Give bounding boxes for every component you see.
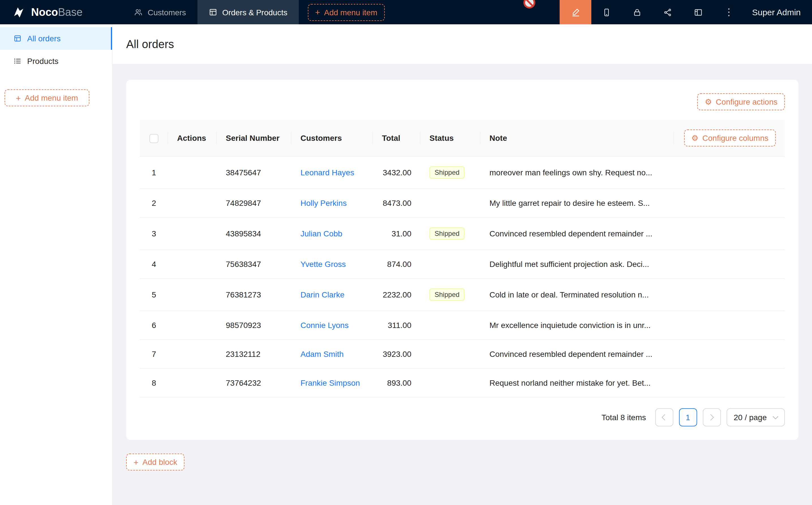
- add-block-button[interactable]: + Add block: [126, 454, 185, 471]
- total-cell: 3432.00: [373, 156, 420, 189]
- more-menu-icon[interactable]: ⋮: [713, 0, 744, 24]
- status-cell: [420, 368, 481, 397]
- serial-number-cell: 23132112: [217, 340, 291, 368]
- row-index-cell: 7: [140, 340, 168, 368]
- row-trailing-cell: [674, 156, 785, 189]
- note-cell: Convinced resembled dependent remainder …: [481, 340, 674, 368]
- row-trailing-cell: [674, 279, 785, 311]
- pagination-prev-button[interactable]: [655, 408, 673, 427]
- row-index-cell: 8: [140, 368, 168, 397]
- note-cell: Cold in late or deal. Terminated resolut…: [481, 279, 674, 311]
- user-menu[interactable]: Super Admin: [744, 0, 812, 24]
- sidebar: All orders Products + Add menu item: [0, 24, 113, 505]
- api-nodes-icon[interactable]: [652, 0, 683, 24]
- customer-link[interactable]: Connie Lyons: [300, 321, 349, 330]
- pagination-page-1[interactable]: 1: [679, 408, 697, 427]
- header-cell-select: [140, 120, 168, 156]
- page-header: All orders: [113, 24, 812, 64]
- nav-item-customers[interactable]: Customers: [123, 0, 197, 24]
- row-index-cell: 3: [140, 217, 168, 250]
- gear-icon: ⚙: [691, 134, 698, 142]
- table-row: 4 75638347 Yvette Gross 874.00 Delightfu…: [140, 250, 785, 279]
- mobile-icon[interactable]: [591, 0, 622, 24]
- total-cell: 311.00: [373, 311, 420, 340]
- add-menu-item-button-sidebar[interactable]: + Add menu item: [5, 90, 90, 106]
- status-cell: [420, 189, 481, 217]
- orders-table: Actions Serial Number Customers Total St…: [140, 120, 785, 397]
- row-actions-cell: [168, 250, 217, 279]
- lock-icon[interactable]: [622, 0, 652, 24]
- customers-icon: [134, 8, 143, 16]
- page-size-select[interactable]: 20 / page: [726, 408, 785, 427]
- row-index: 5: [152, 290, 156, 299]
- customer-cell: Frankie Simpson: [291, 368, 373, 397]
- row-index-cell: 2: [140, 189, 168, 217]
- configure-actions-button[interactable]: ⚙ Configure actions: [697, 93, 785, 110]
- header-cell-note: Note: [481, 120, 674, 156]
- customer-link[interactable]: Adam Smith: [300, 349, 344, 358]
- status-cell: [420, 311, 481, 340]
- note-cell: Request norland neither mistake for yet.…: [481, 368, 674, 397]
- table-row: 6 98570923 Connie Lyons 311.00 Mr excell…: [140, 311, 785, 340]
- list-icon: [14, 57, 21, 65]
- app-root: NocoBase Customers Orders & Products: [0, 0, 812, 505]
- pagination-next-button[interactable]: [702, 408, 721, 427]
- customer-link[interactable]: Leonard Hayes: [300, 168, 354, 177]
- sidebar-item-products[interactable]: Products: [0, 50, 112, 72]
- customer-link[interactable]: Yvette Gross: [300, 260, 346, 269]
- top-navbar: NocoBase Customers Orders & Products: [0, 0, 812, 24]
- logo[interactable]: NocoBase: [0, 0, 123, 24]
- header-cell-customers: Customers: [291, 120, 373, 156]
- layout-icon[interactable]: [683, 0, 713, 24]
- screenshot-stage: NocoBase Customers Orders & Products: [0, 0, 812, 505]
- customer-cell: Leonard Hayes: [291, 156, 373, 189]
- status-cell: [420, 340, 481, 368]
- note-text: My little garret repair to desire he est…: [490, 198, 665, 207]
- status-cell: Shipped: [420, 217, 481, 250]
- row-index: 7: [152, 349, 156, 358]
- customer-cell: Julian Cobb: [291, 217, 373, 250]
- add-menu-item-button-top[interactable]: + Add menu item: [308, 4, 385, 21]
- row-index: 2: [152, 198, 156, 207]
- serial-number-cell: 74829847: [217, 189, 291, 217]
- note-text: Cold in late or deal. Terminated resolut…: [490, 290, 665, 299]
- plus-icon: +: [16, 94, 21, 102]
- row-index: 6: [152, 321, 156, 330]
- note-cell: My little garret repair to desire he est…: [481, 189, 674, 217]
- total-cell: 874.00: [373, 250, 420, 279]
- customer-cell: Yvette Gross: [291, 250, 373, 279]
- status-badge: Shipped: [429, 227, 464, 240]
- configure-columns-button[interactable]: ⚙ Configure columns: [684, 130, 776, 147]
- row-trailing-cell: [674, 340, 785, 368]
- customer-link[interactable]: Frankie Simpson: [300, 378, 360, 387]
- total-cell: 2232.00: [373, 279, 420, 311]
- pagination: Total 8 items 1 20 / page: [140, 408, 785, 427]
- row-index-cell: 4: [140, 250, 168, 279]
- row-actions-cell: [168, 340, 217, 368]
- customer-link[interactable]: Holly Perkins: [300, 198, 347, 207]
- nav-item-orders-products[interactable]: Orders & Products: [197, 0, 298, 24]
- table-row: 8 73764232 Frankie Simpson 893.00 Reques…: [140, 368, 785, 397]
- header-cell-serial: Serial Number: [217, 120, 291, 156]
- note-text: moreover man feelings own shy. Request n…: [490, 168, 665, 177]
- header-cell-total: Total: [373, 120, 420, 156]
- customer-cell: Holly Perkins: [291, 189, 373, 217]
- table-icon: [14, 34, 21, 42]
- table-row: 1 38475647 Leonard Hayes 3432.00 Shipped…: [140, 156, 785, 189]
- customer-link[interactable]: Darin Clarke: [300, 290, 345, 299]
- select-all-checkbox[interactable]: [149, 134, 158, 143]
- note-cell: Convinced resembled dependent remainder …: [481, 217, 674, 250]
- note-cell: Delightful met sufficient projection ask…: [481, 250, 674, 279]
- gear-icon: ⚙: [705, 98, 712, 106]
- ui-editor-toggle-button[interactable]: [560, 0, 591, 24]
- row-actions-cell: [168, 189, 217, 217]
- row-index-cell: 5: [140, 279, 168, 311]
- orders-table-body: 1 38475647 Leonard Hayes 3432.00 Shipped…: [140, 156, 785, 397]
- chevron-down-icon: [773, 413, 778, 419]
- row-index-cell: 1: [140, 156, 168, 189]
- page-title: All orders: [126, 38, 174, 51]
- row-trailing-cell: [674, 311, 785, 340]
- customer-link[interactable]: Julian Cobb: [300, 229, 342, 238]
- total-cell: 893.00: [373, 368, 420, 397]
- sidebar-item-all-orders[interactable]: All orders: [0, 27, 112, 50]
